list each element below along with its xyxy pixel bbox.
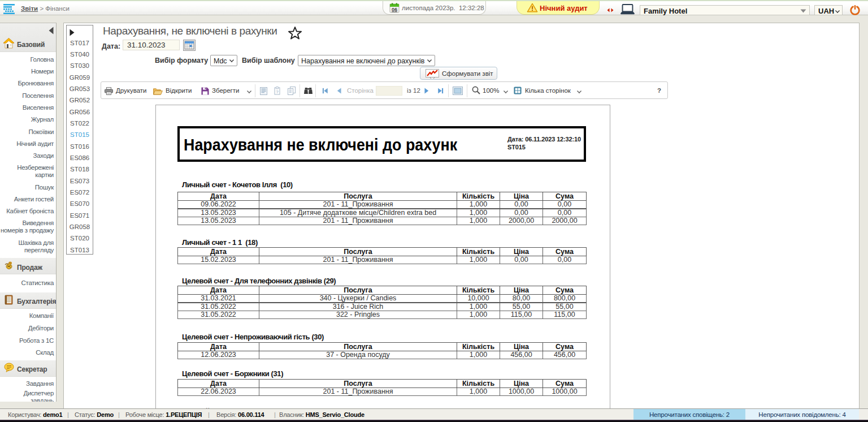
svg-text:06: 06 bbox=[392, 7, 397, 12]
svg-text:?: ? bbox=[276, 89, 279, 94]
